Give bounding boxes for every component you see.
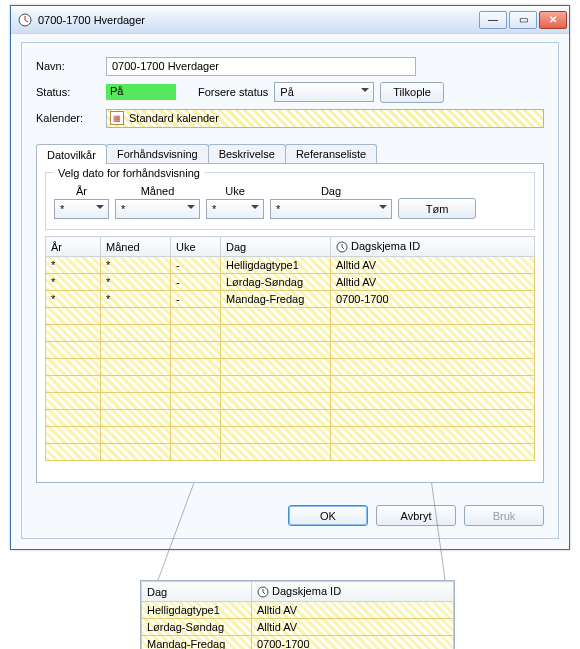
cell-month[interactable] [101, 325, 171, 342]
cell-week[interactable] [171, 376, 221, 393]
table-row[interactable]: **-Lørdag-SøndagAlltid AV [46, 274, 535, 291]
cell-year[interactable]: * [46, 257, 101, 274]
table-row[interactable] [46, 325, 535, 342]
cell-year[interactable] [46, 308, 101, 325]
table-row[interactable] [46, 376, 535, 393]
cell-week[interactable] [171, 427, 221, 444]
table-row[interactable] [46, 393, 535, 410]
cell-week[interactable] [171, 342, 221, 359]
cell-day[interactable] [221, 308, 331, 325]
tab-reference-list[interactable]: Referanseliste [285, 144, 377, 164]
table-row[interactable] [46, 444, 535, 461]
day-combo[interactable]: * [270, 199, 392, 219]
preview-date-legend: Velg dato for forhåndsvisning [54, 167, 204, 179]
table-row[interactable] [46, 359, 535, 376]
cell-sched[interactable] [331, 444, 535, 461]
cell-year[interactable] [46, 376, 101, 393]
clear-button[interactable]: Tøm [398, 198, 476, 219]
table-row[interactable]: **-Helligdagtype1Alltid AV [46, 257, 535, 274]
cell-week[interactable] [171, 410, 221, 427]
table-row[interactable] [46, 427, 535, 444]
cell-week[interactable]: - [171, 257, 221, 274]
col-sched[interactable]: Dagskjema ID [331, 237, 535, 257]
cell-sched[interactable] [331, 427, 535, 444]
cell-month[interactable]: * [101, 291, 171, 308]
cell-sched[interactable] [331, 376, 535, 393]
cell-sched[interactable] [331, 342, 535, 359]
cell-year[interactable] [46, 410, 101, 427]
cell-day[interactable]: Mandag-Fredag [221, 291, 331, 308]
year-combo[interactable]: * [54, 199, 109, 219]
cell-sched[interactable] [331, 410, 535, 427]
cell-week[interactable] [171, 359, 221, 376]
cell-month[interactable]: * [101, 274, 171, 291]
cell-sched[interactable]: Alltid AV [331, 257, 535, 274]
table-row: Helligdagtype1Alltid AV [142, 602, 454, 619]
cell-year[interactable] [46, 325, 101, 342]
cell-year[interactable]: * [46, 291, 101, 308]
cell-month[interactable] [101, 342, 171, 359]
cell-day[interactable]: Lørdag-Søndag [221, 274, 331, 291]
cell-day[interactable]: Helligdagtype1 [221, 257, 331, 274]
cell-month[interactable]: * [101, 257, 171, 274]
cell-day[interactable] [221, 410, 331, 427]
cell-year[interactable] [46, 342, 101, 359]
cell-sched[interactable] [331, 393, 535, 410]
table-row[interactable]: **-Mandag-Fredag0700-1700 [46, 291, 535, 308]
cancel-button[interactable]: Avbryt [376, 505, 456, 526]
week-combo[interactable]: * [206, 199, 264, 219]
cell-sched[interactable] [331, 308, 535, 325]
cell-year[interactable] [46, 444, 101, 461]
cell-week[interactable] [171, 325, 221, 342]
cell-year[interactable] [46, 359, 101, 376]
conditions-grid[interactable]: År Måned Uke Dag Dagskjema ID **-Helligd… [45, 236, 535, 461]
connect-button[interactable]: Tilkople [380, 82, 444, 103]
cell-month[interactable] [101, 444, 171, 461]
cell-sched[interactable] [331, 325, 535, 342]
table-row[interactable] [46, 342, 535, 359]
cell-sched[interactable]: 0700-1700 [331, 291, 535, 308]
cell-month[interactable] [101, 308, 171, 325]
tab-date-conditions[interactable]: Datovilkår [36, 144, 107, 164]
tab-description[interactable]: Beskrivelse [208, 144, 286, 164]
table-row[interactable] [46, 410, 535, 427]
cell-month[interactable] [101, 410, 171, 427]
col-day[interactable]: Dag [221, 237, 331, 257]
cell-month[interactable] [101, 427, 171, 444]
cell-day[interactable] [221, 444, 331, 461]
close-button[interactable]: ✕ [539, 11, 567, 29]
table-row[interactable] [46, 308, 535, 325]
cell-week[interactable] [171, 308, 221, 325]
cell-day[interactable] [221, 359, 331, 376]
col-year[interactable]: År [46, 237, 101, 257]
year-value: * [60, 203, 64, 215]
cell-year[interactable] [46, 427, 101, 444]
name-input[interactable] [106, 57, 416, 76]
col-week[interactable]: Uke [171, 237, 221, 257]
minimize-button[interactable]: — [479, 11, 507, 29]
cell-week[interactable] [171, 444, 221, 461]
calendar-field[interactable]: ▦ Standard kalender [106, 109, 544, 128]
col-month[interactable]: Måned [101, 237, 171, 257]
cell-day[interactable] [221, 325, 331, 342]
cell-sched[interactable] [331, 359, 535, 376]
ok-button[interactable]: OK [288, 505, 368, 526]
cell-week[interactable] [171, 393, 221, 410]
cell-month[interactable] [101, 376, 171, 393]
cell-week[interactable]: - [171, 291, 221, 308]
cell-month[interactable] [101, 393, 171, 410]
cell-day[interactable] [221, 376, 331, 393]
force-status-combo[interactable]: På [274, 82, 374, 102]
cell-day[interactable] [221, 393, 331, 410]
maximize-button[interactable]: ▭ [509, 11, 537, 29]
cell-day[interactable] [221, 427, 331, 444]
cell-year[interactable] [46, 393, 101, 410]
cell-month[interactable] [101, 359, 171, 376]
apply-button[interactable]: Bruk [464, 505, 544, 526]
tab-preview[interactable]: Forhåndsvisning [106, 144, 209, 164]
cell-week[interactable]: - [171, 274, 221, 291]
cell-day[interactable] [221, 342, 331, 359]
month-combo[interactable]: * [115, 199, 200, 219]
cell-sched[interactable]: Alltid AV [331, 274, 535, 291]
cell-year[interactable]: * [46, 274, 101, 291]
